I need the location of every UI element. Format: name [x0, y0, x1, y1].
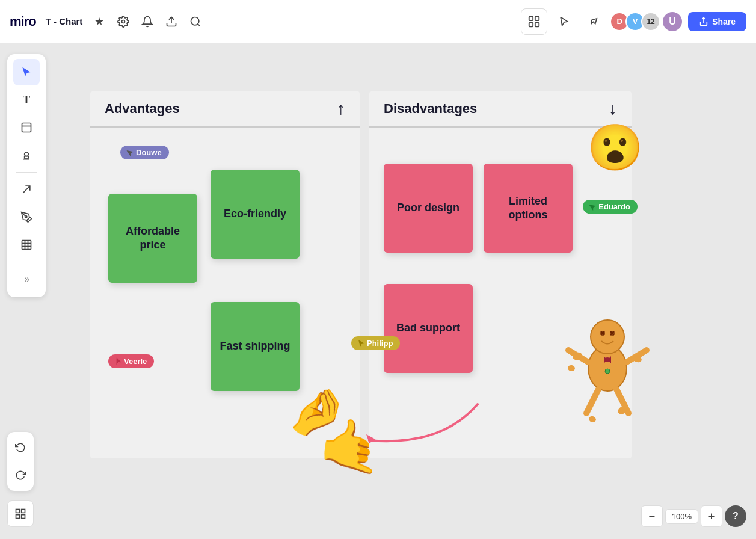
- sticky-poor-design[interactable]: Poor design: [384, 164, 473, 253]
- cursor-eduardo: Eduardo: [583, 200, 638, 214]
- svg-line-3: [198, 23, 200, 26]
- svg-rect-7: [535, 22, 539, 26]
- svg-rect-4: [529, 16, 533, 20]
- disadvantages-body: Poor design Limited options 😮 Eduardo Ba…: [369, 128, 632, 458]
- board-title: T - Chart: [46, 16, 83, 26]
- sticky-eco-friendly[interactable]: Eco-friendly: [211, 170, 300, 259]
- advantages-header: Advantages ↑: [90, 91, 360, 128]
- cursor-veerle: Veerle: [108, 354, 154, 368]
- pen-tool[interactable]: [13, 204, 40, 230]
- svg-point-2: [191, 17, 199, 25]
- help-button[interactable]: ?: [725, 505, 746, 527]
- sticky-affordable-price[interactable]: Affordable price: [108, 194, 197, 283]
- sticky-bad-support[interactable]: Bad support: [384, 284, 473, 373]
- zoom-level: 100%: [665, 509, 698, 524]
- svg-rect-6: [529, 22, 533, 26]
- svg-rect-22: [16, 515, 20, 519]
- share-button[interactable]: Share: [688, 12, 746, 31]
- zoom-controls: − 100% + ?: [641, 505, 746, 527]
- cursor-philipp: Philipp: [351, 336, 400, 350]
- bottom-left-panel: [7, 500, 34, 527]
- undo-button[interactable]: [7, 434, 34, 461]
- svg-point-25: [591, 320, 624, 354]
- settings-button[interactable]: [112, 11, 134, 32]
- topbar: miro T - Chart ★ D V 12 U Shar: [0, 0, 756, 43]
- svg-rect-20: [16, 510, 20, 513]
- surprised-emoji-sticker: 😮: [587, 122, 644, 174]
- svg-point-44: [588, 415, 597, 422]
- select-tool[interactable]: [13, 59, 40, 85]
- sticky-fast-shipping[interactable]: Fast shipping: [211, 302, 300, 391]
- layers-button[interactable]: [7, 500, 34, 527]
- zoom-in-button[interactable]: +: [701, 505, 722, 527]
- topbar-right: D V 12 U Share: [521, 8, 746, 35]
- redo-button[interactable]: [7, 462, 34, 488]
- tool-divider-2: [16, 262, 37, 262]
- advantages-body: Douwe Affordable price Eco-friendly Veer…: [90, 128, 360, 458]
- tool-divider-1: [16, 172, 37, 173]
- user-avatar[interactable]: U: [662, 11, 683, 32]
- apps-button[interactable]: [521, 8, 547, 35]
- svg-rect-5: [535, 16, 539, 20]
- zoom-out-button[interactable]: −: [641, 505, 663, 527]
- text-tool[interactable]: T: [13, 87, 40, 113]
- disadvantages-title: Disadvantages: [384, 101, 609, 117]
- svg-point-41: [567, 365, 576, 372]
- avatar-count: 12: [641, 12, 660, 31]
- svg-point-34: [605, 357, 610, 362]
- disadvantages-section: Disadvantages ↓ Poor design Limited opti…: [369, 91, 632, 458]
- undo-redo-panel: [7, 432, 34, 491]
- svg-line-13: [23, 186, 30, 193]
- svg-point-35: [605, 369, 610, 374]
- more-tools[interactable]: »: [13, 266, 40, 292]
- stamp-tool[interactable]: [13, 142, 40, 168]
- svg-rect-21: [22, 510, 25, 513]
- sticky-limited-options[interactable]: Limited options: [484, 164, 573, 253]
- advantages-section: Advantages ↑ Douwe Affordable price Eco-…: [90, 91, 360, 458]
- svg-rect-12: [25, 156, 29, 158]
- svg-rect-23: [22, 515, 25, 519]
- star-button[interactable]: ★: [88, 11, 110, 32]
- miro-logo: miro: [10, 14, 36, 29]
- peace-hand-sticker: 🤙: [316, 414, 385, 479]
- search-button[interactable]: [185, 11, 206, 32]
- advantages-title: Advantages: [105, 101, 337, 117]
- arrow-tool[interactable]: [13, 176, 40, 203]
- collaborator-avatars[interactable]: D V 12: [610, 12, 660, 31]
- select-tool-button[interactable]: [553, 11, 575, 32]
- svg-line-38: [586, 389, 598, 413]
- advantages-arrow: ↑: [337, 99, 345, 119]
- bell-button[interactable]: [137, 11, 158, 32]
- frame-tool[interactable]: [13, 232, 40, 258]
- disadvantages-arrow: ↓: [609, 99, 617, 119]
- cursor-douwe: Douwe: [120, 146, 169, 159]
- left-toolbar: T »: [7, 54, 46, 297]
- svg-point-11: [25, 152, 29, 156]
- export-button[interactable]: [161, 11, 182, 32]
- svg-rect-9: [22, 123, 31, 132]
- canvas[interactable]: Advantages ↑ Douwe Affordable price Eco-…: [0, 43, 756, 539]
- svg-point-14: [25, 216, 27, 218]
- svg-rect-15: [22, 241, 31, 250]
- gingerbread-sticker: [559, 302, 668, 434]
- tchart: Advantages ↑ Douwe Affordable price Eco-…: [90, 91, 632, 458]
- pointer-tool-button[interactable]: [582, 11, 604, 32]
- svg-point-0: [122, 20, 125, 23]
- sticky-note-tool[interactable]: [13, 114, 40, 141]
